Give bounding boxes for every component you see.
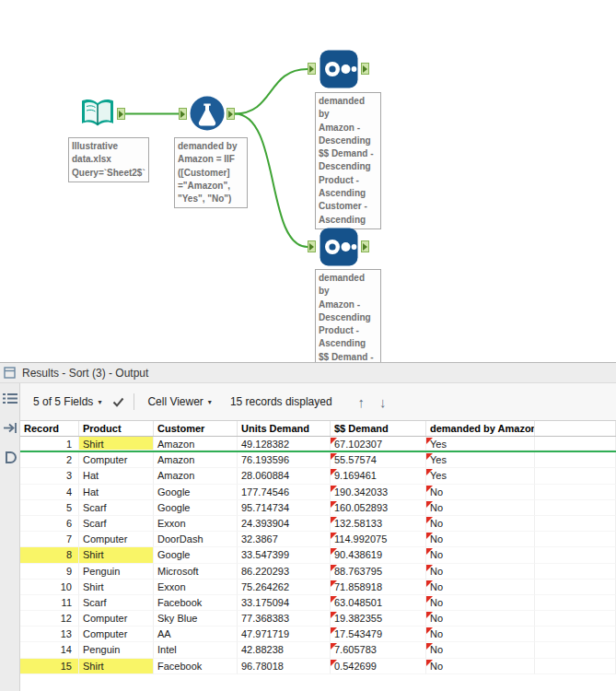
table-row[interactable]: 2 Computer Amazon 76.193596 55.57574 Yes xyxy=(20,452,616,468)
cell-customer: Facebook xyxy=(154,659,238,674)
cell-dollar-demand: 160.052893 xyxy=(331,500,426,516)
cell-demanded-by-amazon: Yes xyxy=(426,452,535,468)
cell-record: 15 xyxy=(20,659,79,674)
cell-customer: Facebook xyxy=(154,595,238,611)
cell-filler xyxy=(535,547,616,563)
cell-units-demand: 47.971719 xyxy=(238,627,331,642)
cell-demanded-by-amazon: No xyxy=(426,500,535,516)
formula-tool-icon[interactable] xyxy=(189,95,226,132)
cell-customer: Google xyxy=(154,485,238,500)
cell-units-demand: 32.3867 xyxy=(238,532,331,547)
formula-tool-annotation[interactable]: demanded by Amazon = IIF ([Customer] ="A… xyxy=(174,137,248,208)
output-anchor-d-icon[interactable] xyxy=(2,450,18,464)
formula-tool-output-anchor[interactable] xyxy=(227,108,235,120)
table-row[interactable]: 9 Penguin Microsoft 86.220293 88.763795 … xyxy=(20,564,616,580)
cell-demanded-by-amazon: No xyxy=(426,532,535,547)
table-row[interactable]: 4 Hat Google 177.74546 190.342033 No xyxy=(20,485,616,500)
cell-customer: Sky Blue xyxy=(154,611,238,627)
table-row[interactable]: 6 Scarf Exxon 24.393904 132.58133 No xyxy=(20,516,616,532)
sort-top-output-anchor[interactable] xyxy=(361,63,369,75)
cell-units-demand: 24.393904 xyxy=(238,516,331,532)
sort-top-annotation[interactable]: demanded by Amazon - Descending $$ Deman… xyxy=(315,92,381,229)
table-row[interactable]: 12 Computer Sky Blue 77.368383 19.382355… xyxy=(20,611,616,627)
fields-dropdown-label: 5 of 5 Fields xyxy=(33,395,93,408)
cell-product: Scarf xyxy=(79,516,154,532)
sort-top-tool-icon[interactable] xyxy=(319,49,359,89)
table-row[interactable]: 10 Shirt Exxon 75.264262 71.858918 No xyxy=(20,580,616,595)
scroll-up-button[interactable]: ↑ xyxy=(358,395,366,409)
cell-filler xyxy=(535,485,616,500)
sort-bottom-tool-icon[interactable] xyxy=(319,227,359,267)
cell-units-demand: 49.128382 xyxy=(238,437,331,451)
column-header-demanded-by-amazon[interactable]: demanded by Amazon xyxy=(426,421,535,436)
workflow-canvas[interactable]: Illustrative data.xlsx Query=`Sheet2$` d… xyxy=(0,0,616,362)
column-header-units-demand[interactable]: Units Demand xyxy=(238,421,331,436)
results-grid: Record Product Customer Units Demand $$ … xyxy=(20,420,616,691)
cell-filler xyxy=(535,516,616,532)
input-tool-annotation[interactable]: Illustrative data.xlsx Query=`Sheet2$` xyxy=(68,137,149,182)
table-row[interactable]: 11 Scarf Facebook 33.175094 63.048501 No xyxy=(20,595,616,611)
column-header-customer[interactable]: Customer xyxy=(154,421,238,436)
input-data-tool-icon[interactable] xyxy=(79,96,116,131)
cell-units-demand: 42.88238 xyxy=(238,642,331,658)
results-toolbar: 5 of 5 Fields ▾ Cell Viewer ▾ 15 records… xyxy=(20,383,616,420)
cell-customer: AA xyxy=(154,627,238,642)
table-row[interactable]: 7 Computer DoorDash 32.3867 114.992075 N… xyxy=(20,532,616,547)
scroll-down-button[interactable]: ↓ xyxy=(379,395,387,409)
cell-dollar-demand: 63.048501 xyxy=(331,595,426,611)
cell-viewer-dropdown[interactable]: Cell Viewer ▾ xyxy=(144,392,215,411)
cell-record: 9 xyxy=(20,564,79,580)
cell-units-demand: 33.175094 xyxy=(238,595,331,611)
cell-units-demand: 177.74546 xyxy=(238,485,331,500)
cell-customer: Google xyxy=(154,547,238,563)
cell-demanded-by-amazon: No xyxy=(426,627,535,642)
cell-customer: Microsoft xyxy=(154,564,238,580)
cell-demanded-by-amazon: No xyxy=(426,547,535,563)
table-row[interactable]: 13 Computer AA 47.971719 17.543479 No xyxy=(20,627,616,642)
input-tool-output-anchor[interactable] xyxy=(117,108,125,120)
cell-filler xyxy=(535,642,616,658)
cell-demanded-by-amazon: No xyxy=(426,516,535,532)
sort-top-input-anchor[interactable] xyxy=(308,63,316,75)
column-header-record[interactable]: Record xyxy=(20,421,79,436)
cell-record: 8 xyxy=(20,547,79,563)
cell-product: Shirt xyxy=(79,437,154,451)
column-header-dollar-demand[interactable]: $$ Demand xyxy=(331,421,426,436)
chevron-down-icon: ▾ xyxy=(208,398,212,406)
cell-units-demand: 33.547399 xyxy=(238,547,331,563)
cell-customer: DoorDash xyxy=(154,532,238,547)
cell-dollar-demand: 7.605783 xyxy=(331,642,426,658)
formula-tool-input-anchor[interactable] xyxy=(179,108,187,120)
cell-units-demand: 95.714734 xyxy=(238,500,331,516)
cell-product: Shirt xyxy=(79,580,154,595)
cell-record: 11 xyxy=(20,595,79,611)
table-row[interactable]: 5 Scarf Google 95.714734 160.052893 No xyxy=(20,500,616,516)
cell-dollar-demand: 17.543479 xyxy=(331,627,426,642)
sort-bottom-input-anchor[interactable] xyxy=(308,240,316,252)
cell-dollar-demand: 19.382355 xyxy=(331,611,426,627)
cell-customer: Amazon xyxy=(154,452,238,468)
cell-record: 10 xyxy=(20,580,79,595)
cell-customer: Exxon xyxy=(154,580,238,595)
table-row[interactable]: 15 Shirt Facebook 96.78018 0.542699 No xyxy=(20,659,616,674)
cell-dollar-demand: 55.57574 xyxy=(331,452,426,468)
apply-check-button[interactable] xyxy=(112,397,124,407)
table-row[interactable]: 14 Penguin Intel 42.88238 7.605783 No xyxy=(20,642,616,658)
sort-bottom-annotation[interactable]: demanded by Amazon - Descending Product … xyxy=(315,269,381,362)
cell-customer: Amazon xyxy=(154,468,238,484)
table-row[interactable]: 3 Hat Amazon 28.060884 9.169461 Yes xyxy=(20,468,616,484)
cell-customer: Intel xyxy=(154,642,238,658)
cell-filler xyxy=(535,564,616,580)
cell-demanded-by-amazon: No xyxy=(426,659,535,674)
cell-demanded-by-amazon: No xyxy=(426,580,535,595)
table-row[interactable]: 8 Shirt Google 33.547399 90.438619 No xyxy=(20,547,616,563)
table-row[interactable]: 1 Shirt Amazon 49.128382 67.102307 Yes xyxy=(20,437,616,452)
cell-product: Computer xyxy=(79,627,154,642)
cell-record: 4 xyxy=(20,485,79,500)
cell-product: Scarf xyxy=(79,595,154,611)
column-header-product[interactable]: Product xyxy=(79,421,154,436)
input-anchor-icon[interactable] xyxy=(2,420,18,435)
table-view-icon[interactable] xyxy=(2,391,18,405)
fields-dropdown[interactable]: 5 of 5 Fields ▾ xyxy=(29,392,105,411)
sort-bottom-output-anchor[interactable] xyxy=(361,240,369,252)
